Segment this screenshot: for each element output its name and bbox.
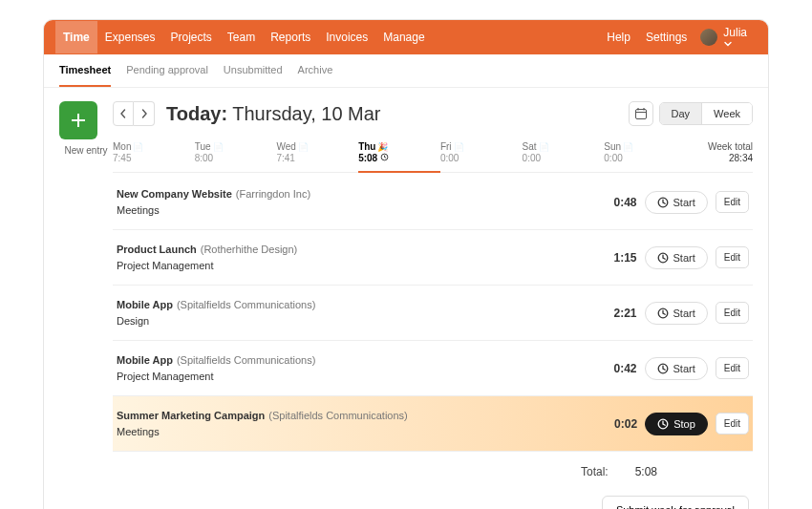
day-time: 5:08	[358, 153, 440, 163]
entry-duration: 2:21	[599, 307, 637, 320]
day-name: Thu🎉	[358, 141, 440, 152]
nav-expenses[interactable]: Expenses	[97, 21, 163, 53]
time-entry: Product Launch(Rotherhithe Design)Projec…	[113, 230, 753, 286]
edit-entry-button[interactable]: Edit	[716, 191, 749, 213]
entry-duration: 1:15	[599, 251, 637, 265]
tab-timesheet[interactable]: Timesheet	[59, 54, 111, 87]
edit-entry-button[interactable]: Edit	[716, 246, 749, 268]
entry-info: New Company Website(Farringdon Inc)Meeti…	[117, 186, 591, 218]
time-entry: Mobile App(Spitalfields Communications)P…	[113, 341, 753, 396]
entry-client: (Spitalfields Communications)	[268, 410, 408, 421]
start-timer-button[interactable]: Start	[645, 246, 708, 269]
timer-action-label: Start	[673, 252, 695, 264]
seg-week[interactable]: Week	[702, 103, 752, 124]
entry-info: Mobile App(Spitalfields Communications)P…	[117, 352, 591, 384]
entry-client: (Spitalfields Communications)	[177, 299, 316, 310]
clock-icon	[657, 363, 669, 374]
settings-link[interactable]: Settings	[638, 21, 694, 53]
day-wed[interactable]: Wed📄7:41	[276, 138, 358, 172]
new-entry-label: New entry	[59, 145, 113, 156]
entry-project: Mobile App	[117, 299, 173, 310]
seg-day[interactable]: Day	[660, 103, 703, 124]
app-window: TimeExpensesProjectsTeamReportsInvoicesM…	[43, 19, 769, 509]
entry-project: Product Launch	[117, 244, 197, 255]
time-entry: Summer Marketing Campaign(Spitalfields C…	[113, 396, 753, 452]
entry-task: Design	[117, 313, 591, 329]
edit-entry-button[interactable]: Edit	[716, 357, 749, 379]
help-link[interactable]: Help	[599, 21, 638, 53]
nav-projects[interactable]: Projects	[163, 21, 220, 53]
day-time: 7:41	[276, 153, 358, 163]
edit-entry-button[interactable]: Edit	[716, 413, 749, 435]
timer-action-label: Stop	[673, 418, 695, 430]
timer-action-label: Start	[673, 197, 695, 208]
entry-info: Product Launch(Rotherhithe Design)Projec…	[117, 242, 591, 273]
tab-pending-approval[interactable]: Pending approval	[126, 54, 208, 87]
nav-time[interactable]: Time	[55, 21, 97, 53]
day-name: Sat📄	[523, 141, 605, 152]
clock-icon	[657, 197, 669, 208]
page-title: Today: Thursday, 10 Mar	[166, 103, 381, 125]
entry-client: (Farringdon Inc)	[236, 188, 310, 200]
entry-duration: 0:48	[599, 196, 637, 209]
entry-task: Project Management	[117, 258, 591, 274]
total-label: Total:	[581, 465, 609, 478]
day-time: 0:00	[523, 153, 605, 163]
note-icon: 📄	[454, 142, 464, 152]
topnav: TimeExpensesProjectsTeamReportsInvoicesM…	[44, 20, 768, 54]
next-day-button[interactable]	[134, 101, 155, 126]
username: Julia	[723, 26, 747, 39]
user-menu[interactable]: Julia	[723, 19, 757, 58]
calendar-button[interactable]	[629, 101, 653, 126]
stop-timer-button[interactable]: Stop	[645, 413, 708, 435]
day-tue[interactable]: Tue📄8:00	[195, 138, 277, 172]
entry-task: Project Management	[117, 369, 591, 385]
nav-invoices[interactable]: Invoices	[318, 21, 375, 53]
day-name: Tue📄	[195, 141, 277, 152]
calendar-icon	[634, 107, 648, 120]
day-sun[interactable]: Sun📄0:00	[604, 138, 686, 172]
edit-entry-button[interactable]: Edit	[716, 302, 749, 324]
day-name: Fri📄	[440, 141, 523, 152]
clock-icon	[377, 153, 389, 163]
week-total: Week total 28:34	[686, 138, 753, 172]
subnav: TimesheetPending approvalUnsubmittedArch…	[44, 54, 768, 88]
entry-client: (Spitalfields Communications)	[177, 354, 316, 366]
nav-reports[interactable]: Reports	[263, 21, 318, 53]
submit-week-button[interactable]: Submit week for approval	[602, 496, 749, 509]
tab-unsubmitted[interactable]: Unsubmitted	[224, 54, 283, 87]
day-mon[interactable]: Mon📄7:45	[113, 138, 195, 172]
note-icon: 📄	[539, 142, 549, 152]
arrow-left-icon	[119, 109, 127, 118]
start-timer-button[interactable]: Start	[645, 302, 708, 325]
nav-team[interactable]: Team	[220, 21, 263, 53]
day-time: 0:00	[440, 153, 523, 163]
nav-manage[interactable]: Manage	[375, 21, 432, 53]
day-name: Mon📄	[113, 141, 195, 152]
avatar[interactable]	[700, 29, 717, 46]
entry-duration: 0:42	[599, 362, 637, 375]
tab-archive[interactable]: Archive	[298, 54, 333, 87]
entry-client: (Rotherhithe Design)	[201, 244, 298, 255]
entry-info: Summer Marketing Campaign(Spitalfields C…	[117, 408, 591, 439]
new-entry-button[interactable]	[59, 101, 97, 139]
total-value: 5:08	[635, 465, 657, 478]
day-fri[interactable]: Fri📄0:00	[440, 138, 523, 172]
start-timer-button[interactable]: Start	[645, 357, 708, 380]
prev-day-button[interactable]	[113, 101, 134, 126]
clock-icon	[657, 418, 669, 430]
clock-icon	[657, 252, 669, 264]
day-time: 8:00	[195, 153, 277, 163]
day-thu[interactable]: Thu🎉5:08	[358, 138, 440, 173]
entry-task: Meetings	[117, 202, 591, 219]
day-name: Sun📄	[604, 141, 686, 152]
svg-rect-2	[635, 110, 646, 119]
entry-duration: 0:02	[599, 417, 637, 431]
chevron-down-icon	[723, 39, 749, 49]
day-time: 7:45	[113, 153, 195, 163]
start-timer-button[interactable]: Start	[645, 191, 708, 214]
arrow-right-icon	[140, 109, 148, 118]
day-sat[interactable]: Sat📄0:00	[523, 138, 605, 172]
header-row: Today: Thursday, 10 Mar Day W	[113, 101, 753, 126]
total-row: Total: 5:08	[113, 452, 753, 492]
